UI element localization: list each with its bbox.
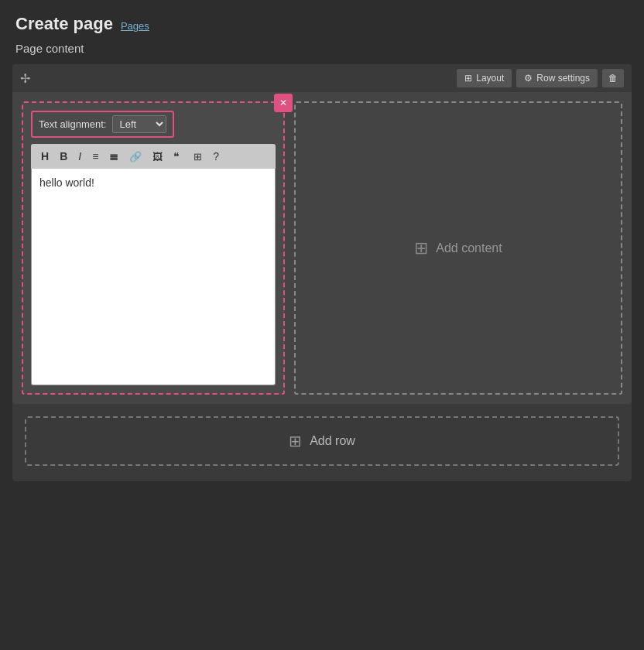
add-row-button[interactable]: ⊞ Add row [25, 416, 619, 466]
text-alignment-bar: Text alignment: Left Center Right Justif… [31, 111, 174, 138]
row-settings-gear-icon: ⚙ [524, 73, 533, 84]
main-area: ✢ ⊞ Layout ⚙ Row settings 🗑 ✕ [12, 64, 632, 481]
tool-heading-button[interactable]: H [37, 149, 53, 164]
tool-link-button[interactable]: 🔗 [125, 149, 146, 164]
layout-grid-icon: ⊞ [464, 73, 472, 84]
row-settings-button[interactable]: ⚙ Row settings [516, 69, 598, 87]
add-content-column[interactable]: ⊞ Add content [294, 101, 622, 395]
add-content-inner: ⊞ Add content [414, 238, 502, 258]
page-content-label: Page content [0, 40, 644, 64]
tool-image-button[interactable]: 🖼 [149, 149, 166, 164]
tool-bold-button[interactable]: B [56, 149, 71, 164]
layout-button[interactable]: ⊞ Layout [457, 69, 512, 87]
row-body: ✕ Text alignment: Left Center Right Just… [12, 92, 632, 404]
editor-toolbar: H B I ≡ ≣ 🔗 🖼 ❝ ⊞ ? [31, 144, 276, 169]
row-container: ✢ ⊞ Layout ⚙ Row settings 🗑 ✕ [12, 64, 632, 404]
tool-table-button[interactable]: ⊞ [190, 149, 206, 164]
tool-unordered-list-button[interactable]: ≡ [88, 149, 102, 164]
add-content-icon: ⊞ [414, 238, 428, 258]
column-delete-button[interactable]: ✕ [274, 94, 293, 112]
row-settings-label: Row settings [536, 73, 590, 84]
text-alignment-label: Text alignment: [39, 118, 106, 130]
tool-quote-button[interactable]: ❝ [170, 149, 183, 164]
page-title: Create page [15, 14, 113, 34]
editor-column: ✕ Text alignment: Left Center Right Just… [22, 101, 285, 395]
row-toolbar: ✢ ⊞ Layout ⚙ Row settings 🗑 [12, 64, 632, 92]
editor-content-area[interactable]: hello world! [31, 169, 276, 385]
column-delete-icon: ✕ [279, 98, 287, 108]
add-row-icon: ⊞ [289, 432, 302, 450]
breadcrumb-link[interactable]: Pages [121, 20, 149, 32]
add-row-label: Add row [310, 434, 355, 448]
text-alignment-select[interactable]: Left Center Right Justify [112, 115, 166, 133]
row-delete-button[interactable]: 🗑 [602, 69, 624, 87]
editor-text: hello world! [39, 176, 94, 189]
tool-italic-button[interactable]: I [74, 149, 85, 164]
drag-handle-icon[interactable]: ✢ [20, 71, 30, 86]
layout-button-label: Layout [476, 73, 504, 84]
tool-help-button[interactable]: ? [209, 149, 223, 164]
row-delete-icon: 🗑 [608, 73, 618, 84]
tool-ordered-list-button[interactable]: ≣ [105, 149, 122, 164]
add-content-label: Add content [436, 241, 502, 255]
